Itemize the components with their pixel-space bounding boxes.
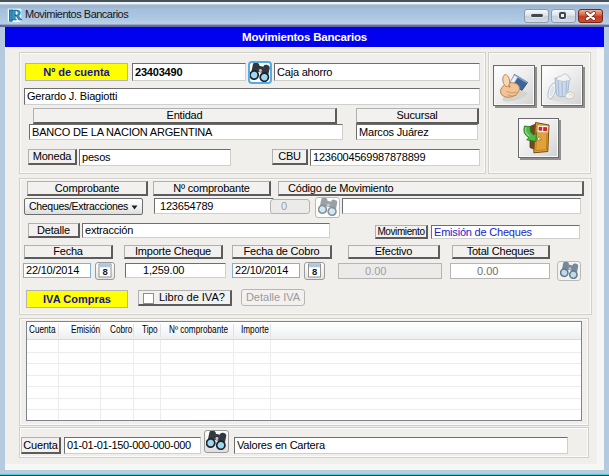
svg-text:R: R	[12, 8, 22, 23]
svg-text:8: 8	[103, 266, 108, 277]
svg-text:8: 8	[312, 266, 317, 277]
